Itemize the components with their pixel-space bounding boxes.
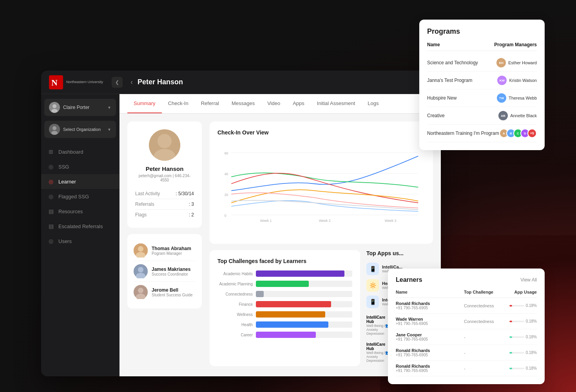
- challenge-item-0: Academic Habits: [217, 270, 352, 277]
- sidebar-item-learner[interactable]: ◎ Learner: [41, 174, 119, 189]
- app-icon-1: 🔆: [366, 279, 379, 292]
- checkin-chart-svg: 60 40 20 0 Week 1: [217, 142, 425, 236]
- tabs-bar: Summary Check-In Referral Messages Video…: [120, 94, 441, 114]
- sidebar-item-dashboard[interactable]: ⊞ Dashboard: [41, 144, 119, 159]
- profile-email: peterh@gmail.com | 646-234-4550: [135, 174, 194, 182]
- back-button[interactable]: ‹: [130, 78, 133, 86]
- challenges-card: Top Challenges faced by Learners Academi…: [210, 250, 360, 366]
- tab-messages[interactable]: Messages: [225, 94, 261, 113]
- tab-video[interactable]: Video: [261, 94, 286, 113]
- programs-title: Programs: [427, 27, 537, 36]
- team-info-1: James Makrianes Success Coordinator: [152, 267, 196, 276]
- tab-referral[interactable]: Referral: [195, 94, 225, 113]
- learner-usage-3: 0.18%: [509, 350, 537, 355]
- bar-track-1: [256, 281, 352, 287]
- team-avatar-2: [134, 285, 148, 299]
- sidebar-item-users[interactable]: ◎ Users: [41, 234, 119, 249]
- user-name-label: Claire Porter: [63, 105, 104, 110]
- learner-icon: ◎: [47, 178, 54, 185]
- sidebar-item-resources[interactable]: ▤ Resources: [41, 204, 119, 219]
- tab-apps[interactable]: Apps: [286, 94, 311, 113]
- app-icon-2: 📱: [366, 296, 379, 308]
- logo-text: Northeastern University: [66, 80, 103, 85]
- svg-point-15: [138, 267, 143, 272]
- learner-info-1: Wade Warren +91 790-765-6905: [396, 317, 464, 326]
- svg-point-12: [138, 246, 143, 252]
- sidebar-item-flagged[interactable]: ◎ Flagged SSG: [41, 189, 119, 204]
- challenge-item-6: Career: [217, 332, 352, 338]
- usage-bar-0: [509, 305, 524, 307]
- multi-avatars: A B C D +5: [499, 129, 537, 138]
- learner-usage-2: 0.18%: [509, 335, 537, 339]
- learner-info-0: Ronald Richards +91 790-765-6905: [396, 301, 464, 310]
- svg-text:Week 1: Week 1: [260, 219, 272, 223]
- plus-badge: +5: [527, 129, 537, 138]
- bar-fill-0: [256, 270, 344, 277]
- usage-bar-3: [509, 352, 524, 354]
- chevron-down-icon: ▼: [107, 105, 111, 110]
- learner-row-4: Ronald Richards +91 790-765-6905 - 0.18%: [396, 361, 537, 376]
- org-selector[interactable]: Select Organization ▼: [44, 121, 116, 138]
- sidebar-label-resources: Resources: [58, 209, 83, 214]
- sidebar-item-ssg[interactable]: ◎ SSG: [41, 159, 119, 174]
- page-title-area: ‹ Peter Hanson: [123, 78, 433, 86]
- learners-header: Learners View All: [396, 276, 537, 283]
- learners-table-header: Name Top Challenge App Usage: [396, 288, 537, 298]
- resources-icon: ▤: [47, 208, 54, 215]
- chart-title: Check-In Over View: [217, 129, 425, 136]
- learner-info-2: Jane Cooper +91 790-765-6905: [396, 332, 464, 341]
- bar-track-0: [256, 270, 352, 277]
- challenge-item-1: Academic Planning: [217, 281, 352, 287]
- org-chevron-icon: ▼: [107, 127, 111, 132]
- mgr-avatar-1: KW: [497, 76, 507, 85]
- bar-track-4: [256, 311, 352, 318]
- learner-usage-1: 0.18%: [509, 319, 537, 323]
- challenge-item-2: Connectedness: [217, 291, 352, 297]
- svg-text:20: 20: [225, 193, 228, 197]
- programs-header: Name Program Managers: [427, 42, 537, 51]
- collapse-button[interactable]: ❮: [112, 77, 123, 88]
- collapse-icon: ❮: [115, 80, 119, 85]
- tab-logs[interactable]: Logs: [361, 94, 385, 113]
- app-icon-0: 📱: [366, 263, 379, 275]
- sidebar-label-users: Users: [58, 238, 72, 244]
- sidebar-label-escalated: Escalated Referrals: [58, 223, 103, 229]
- stat-last-activity: Last Activity : 5/30/14: [135, 189, 194, 199]
- user-avatar: [49, 102, 60, 113]
- intellicare-name-1: IntelliCare Hub Well-Being / Anxiety Dep…: [366, 342, 385, 363]
- view-all-button[interactable]: View All: [520, 277, 537, 283]
- program-row-0: Science and Technology EH Esther Howard: [427, 54, 537, 72]
- tab-initial[interactable]: Initial Assesment: [311, 94, 362, 113]
- tab-checkin[interactable]: Check-In: [162, 94, 195, 113]
- sidebar: Claire Porter ▼ Select Organization ▼ ⊞: [41, 94, 120, 376]
- team-member-0: Thomas Abraham Pogram Manager: [134, 240, 196, 261]
- challenge-item-3: Finance: [217, 301, 352, 307]
- svg-point-6: [53, 126, 56, 130]
- user-selector[interactable]: Claire Porter ▼: [44, 99, 116, 116]
- usage-fill-3: [509, 352, 512, 354]
- sidebar-label-learner: Learner: [58, 179, 76, 185]
- app-header: N Northeastern University ❮ ‹ Peter Hans…: [41, 71, 441, 94]
- bar-track-2: [256, 291, 352, 297]
- svg-text:N: N: [51, 78, 58, 87]
- chart-container: 60 40 20 0 Week 1: [217, 142, 425, 236]
- sidebar-item-escalated[interactable]: ▤ Escalated Referrals: [41, 219, 119, 234]
- bar-track-3: [256, 301, 352, 307]
- svg-point-7: [51, 131, 58, 135]
- challenges-title: Top Challenges faced by Learners: [217, 258, 352, 264]
- learner-usage-4: 0.18%: [509, 366, 537, 370]
- tab-summary[interactable]: Summary: [127, 94, 162, 113]
- org-avatar: [49, 124, 60, 135]
- sidebar-label-flagged: Flagged SSG: [58, 194, 89, 200]
- svg-text:60: 60: [225, 151, 228, 155]
- profile-name: Peter Hanson: [135, 165, 194, 172]
- logo-area: N Northeastern University: [49, 75, 112, 89]
- bar-fill-5: [256, 321, 328, 328]
- bar-track-6: [256, 332, 352, 338]
- program-manager-2: TW Theresa Webb: [497, 93, 537, 103]
- learner-usage-0: 0.18%: [509, 303, 537, 308]
- profile-card: Peter Hanson peterh@gmail.com | 646-234-…: [127, 122, 202, 228]
- svg-point-9: [158, 134, 172, 148]
- usage-fill-2: [509, 336, 512, 338]
- flagged-icon: ◎: [47, 193, 54, 200]
